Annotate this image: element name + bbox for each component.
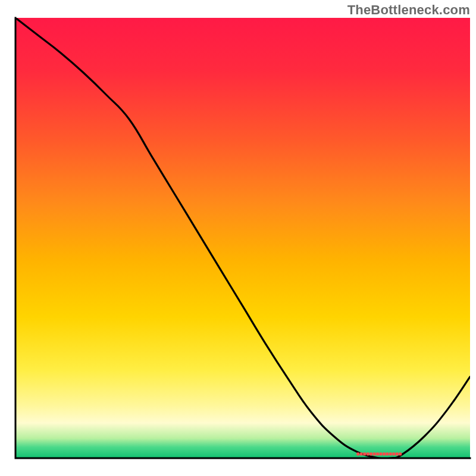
optimal-band-dot (376, 452, 379, 455)
optimal-band-dot (360, 452, 363, 455)
optimal-band-dot (386, 452, 389, 455)
optimal-band-dot (369, 452, 372, 455)
optimal-band-dot (367, 452, 369, 455)
optimal-band-dot (363, 452, 366, 455)
bottleneck-chart (0, 0, 476, 476)
optimal-band-dot (380, 452, 383, 455)
gradient-background (15, 18, 470, 458)
chart-stage: TheBottleneck.com (0, 0, 476, 476)
optimal-band-dot (373, 452, 376, 455)
optimal-band-dot (396, 452, 399, 455)
optimal-band-dot (389, 452, 392, 455)
optimal-band-dot (356, 452, 359, 455)
optimal-band-dot (383, 452, 386, 455)
optimal-band-dot (399, 452, 402, 455)
optimal-band-dot (392, 452, 395, 455)
